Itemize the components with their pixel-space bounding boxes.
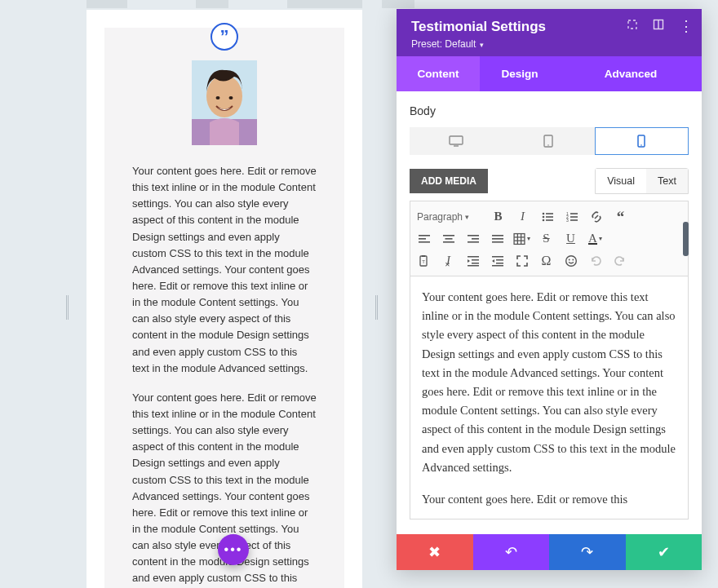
- device-tablet-button[interactable]: [502, 127, 594, 155]
- svg-rect-23: [570, 216, 578, 218]
- svg-rect-53: [492, 265, 503, 267]
- align-center-button[interactable]: [440, 230, 457, 247]
- svg-rect-52: [496, 263, 503, 264]
- strikethrough-button[interactable]: S: [538, 230, 555, 247]
- svg-rect-49: [468, 265, 479, 267]
- svg-rect-29: [443, 235, 454, 237]
- phone-icon: [637, 135, 645, 148]
- bold-button[interactable]: B: [490, 208, 507, 225]
- table-button[interactable]: ▾: [513, 230, 530, 247]
- expand-icon[interactable]: [627, 19, 638, 33]
- add-media-button[interactable]: ADD MEDIA: [410, 169, 488, 193]
- svg-text:T: T: [422, 259, 425, 264]
- builder-menu-fab[interactable]: •••: [218, 534, 249, 565]
- chevron-down-icon: ▾: [465, 213, 469, 221]
- editor-paragraph[interactable]: Your content goes here. Edit or remove t…: [422, 490, 676, 509]
- snap-icon[interactable]: [653, 19, 664, 33]
- editor-mode-text[interactable]: Text: [646, 169, 688, 193]
- author-photo: [192, 60, 257, 145]
- special-char-button[interactable]: Ω: [538, 252, 555, 269]
- device-phone-button[interactable]: [595, 127, 689, 155]
- tablet-icon: [543, 135, 553, 148]
- responsive-toggle: [410, 127, 689, 155]
- svg-rect-19: [546, 219, 553, 221]
- link-button[interactable]: [587, 208, 605, 225]
- panel-tabs: Content Design Advanced: [397, 56, 702, 91]
- resize-handle-left[interactable]: [66, 295, 69, 320]
- preset-dropdown[interactable]: Preset: Default ▾: [411, 38, 687, 50]
- blockquote-button[interactable]: “: [612, 208, 629, 225]
- scrollbar-thumb[interactable]: [683, 222, 689, 256]
- chevron-down-icon: ▾: [599, 235, 602, 242]
- numbered-list-button[interactable]: 123: [563, 208, 580, 225]
- page-preview: ” Your content goes here. Edit or remove…: [86, 10, 362, 588]
- wysiwyg-editor[interactable]: Your content goes here. Edit or remove t…: [410, 276, 689, 519]
- desktop-icon: [449, 135, 463, 147]
- save-button[interactable]: ✔: [626, 534, 702, 570]
- redo-button[interactable]: [611, 252, 628, 269]
- editor-mode-visual[interactable]: Visual: [596, 169, 646, 193]
- undo-changes-button[interactable]: ↶: [473, 534, 550, 570]
- redo-icon: ↷: [581, 543, 593, 561]
- resize-handle-right[interactable]: [375, 295, 378, 320]
- svg-rect-25: [570, 219, 578, 221]
- svg-rect-28: [419, 241, 430, 243]
- tab-advanced[interactable]: Advanced: [560, 56, 702, 91]
- svg-point-54: [565, 255, 576, 266]
- emoji-button[interactable]: [562, 252, 579, 269]
- fullscreen-button[interactable]: [513, 252, 530, 269]
- svg-point-11: [547, 144, 549, 146]
- panel-header[interactable]: Testimonial Settings Preset: Default ▾ ⋮: [397, 9, 702, 56]
- italic-button[interactable]: I: [514, 208, 531, 225]
- outdent-button[interactable]: [464, 252, 481, 269]
- svg-rect-34: [468, 241, 479, 243]
- svg-rect-51: [496, 259, 503, 261]
- svg-rect-33: [472, 238, 479, 240]
- testimonial-body[interactable]: Your content goes here. Edit or remove t…: [104, 145, 344, 588]
- undo-button[interactable]: [587, 252, 604, 269]
- svg-rect-17: [546, 216, 553, 218]
- tab-content[interactable]: Content: [397, 56, 480, 91]
- svg-rect-36: [492, 238, 503, 240]
- svg-rect-35: [492, 235, 503, 237]
- check-icon: ✔: [658, 543, 670, 561]
- testimonial-module[interactable]: ” Your content goes here. Edit or remove…: [104, 28, 344, 588]
- paste-text-button[interactable]: T: [415, 252, 432, 269]
- body-paragraph[interactable]: Your content goes here. Edit or remove t…: [132, 163, 317, 377]
- discard-button[interactable]: ✖: [397, 534, 473, 570]
- underline-button[interactable]: U: [562, 230, 579, 247]
- paragraph-select[interactable]: Paragraph▾: [415, 210, 482, 224]
- align-left-button[interactable]: [415, 230, 432, 247]
- bullet-list-button[interactable]: [538, 208, 556, 225]
- editor-paragraph[interactable]: Your content goes here. Edit or remove t…: [422, 288, 676, 477]
- svg-rect-15: [546, 213, 553, 214]
- redo-changes-button[interactable]: ↷: [549, 534, 626, 570]
- tab-design[interactable]: Design: [480, 56, 560, 91]
- undo-icon: ↶: [505, 543, 517, 561]
- quote-icon: ”: [211, 23, 238, 51]
- kebab-icon[interactable]: ⋮: [679, 22, 694, 31]
- svg-point-14: [542, 212, 544, 214]
- svg-rect-32: [468, 235, 479, 237]
- svg-rect-47: [472, 259, 479, 261]
- svg-rect-46: [468, 256, 479, 258]
- svg-point-4: [229, 96, 233, 99]
- svg-rect-37: [492, 241, 503, 243]
- editor-mode-tabs: Visual Text: [595, 168, 689, 194]
- align-right-button[interactable]: [464, 230, 481, 247]
- panel-body: Body ADD MEDIA Visual Text Paragrap: [397, 91, 702, 534]
- indent-button[interactable]: [489, 252, 506, 269]
- chevron-down-icon: ▾: [527, 235, 530, 242]
- svg-text:3: 3: [566, 218, 569, 223]
- device-desktop-button[interactable]: [410, 127, 502, 155]
- svg-rect-30: [445, 238, 452, 240]
- close-icon: ✖: [428, 543, 441, 561]
- svg-point-55: [568, 259, 570, 260]
- svg-rect-44: [422, 255, 425, 257]
- align-justify-button[interactable]: [489, 230, 506, 247]
- text-color-button[interactable]: A ▾: [587, 230, 604, 247]
- clear-format-button[interactable]: I✕: [440, 252, 457, 269]
- svg-point-16: [542, 215, 544, 218]
- chevron-down-icon: ▾: [477, 41, 484, 49]
- svg-rect-31: [443, 241, 454, 243]
